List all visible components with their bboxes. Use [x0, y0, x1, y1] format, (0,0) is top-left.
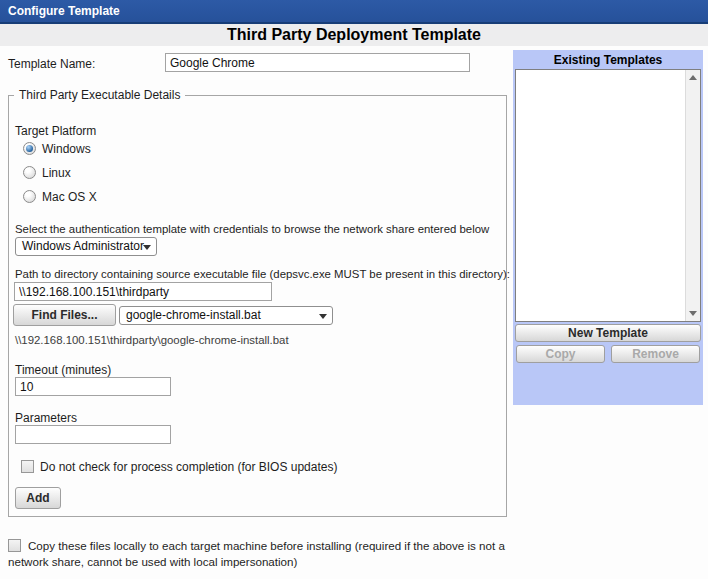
- timeout-input[interactable]: [15, 377, 171, 396]
- auth-template-selected-value: Windows Administrator: [22, 239, 144, 253]
- add-button[interactable]: Add: [15, 487, 61, 509]
- remove-template-button[interactable]: Remove: [611, 345, 700, 363]
- file-select[interactable]: google-chrome-install.bat: [119, 306, 333, 325]
- list-scrollbar[interactable]: [685, 70, 700, 321]
- resolved-full-path: \\192.168.100.151\thirdparty\google-chro…: [15, 334, 289, 346]
- page-heading-band: Third Party Deployment Template: [0, 24, 708, 46]
- radio-windows-label: Windows: [42, 142, 91, 156]
- template-name-label: Template Name:: [8, 57, 95, 71]
- radio-platform-windows[interactable]: Windows: [23, 142, 91, 158]
- auth-template-label: Select the authentication template with …: [15, 223, 489, 235]
- source-path-label: Path to directory containing source exec…: [15, 268, 510, 280]
- target-platform-label: Target Platform: [15, 124, 96, 138]
- existing-templates-list[interactable]: [515, 69, 701, 322]
- existing-templates-heading: Existing Templates: [513, 50, 703, 67]
- chevron-down-icon: [319, 314, 327, 319]
- new-template-button[interactable]: New Template: [515, 324, 701, 342]
- no-process-check-row[interactable]: Do not check for process completion (for…: [21, 460, 337, 476]
- no-process-check-checkbox[interactable]: [21, 460, 34, 473]
- page-title: Third Party Deployment Template: [0, 24, 708, 46]
- parameters-input[interactable]: [15, 425, 171, 444]
- copy-template-button[interactable]: Copy: [516, 345, 605, 363]
- radio-linux-label: Linux: [42, 166, 71, 180]
- no-process-check-label: Do not check for process completion (for…: [40, 460, 337, 474]
- existing-templates-panel: Existing Templates New Template Copy Rem…: [513, 50, 703, 405]
- parameters-label: Parameters: [15, 411, 77, 425]
- radio-platform-macosx[interactable]: Mac OS X: [23, 190, 97, 206]
- copy-locally-row[interactable]: Copy these files locally to each target …: [8, 538, 508, 570]
- radio-platform-linux[interactable]: Linux: [23, 166, 71, 182]
- radio-windows-icon[interactable]: [23, 142, 36, 155]
- file-select-selected-value: google-chrome-install.bat: [126, 308, 261, 322]
- template-name-input[interactable]: [165, 53, 470, 72]
- scroll-down-icon[interactable]: [686, 306, 701, 321]
- copy-locally-label: Copy these files locally to each target …: [8, 539, 505, 568]
- source-path-input[interactable]: [14, 282, 272, 301]
- auth-template-select[interactable]: Windows Administrator: [15, 237, 157, 256]
- find-files-button[interactable]: Find Files...: [13, 304, 116, 326]
- window-titlebar: Configure Template: [0, 0, 708, 24]
- chevron-down-icon: [143, 245, 151, 250]
- scroll-up-icon[interactable]: [686, 70, 701, 85]
- timeout-label: Timeout (minutes): [15, 363, 111, 377]
- executable-details-group: Third Party Executable Details Target Pl…: [8, 95, 507, 517]
- radio-macosx-icon[interactable]: [23, 190, 36, 203]
- radio-macosx-label: Mac OS X: [42, 190, 97, 204]
- executable-details-legend: Third Party Executable Details: [14, 88, 185, 102]
- window-title: Configure Template: [0, 0, 708, 22]
- radio-linux-icon[interactable]: [23, 166, 36, 179]
- copy-locally-checkbox[interactable]: [8, 539, 21, 552]
